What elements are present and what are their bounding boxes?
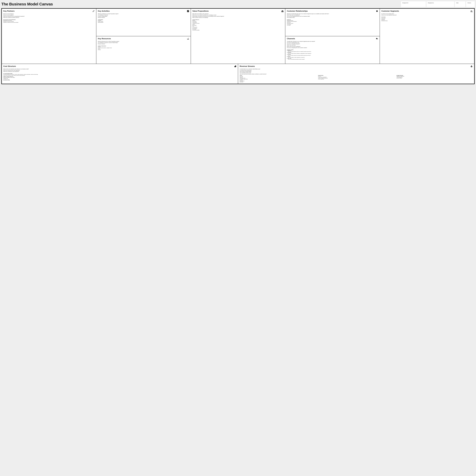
text-line: Communities — [287, 24, 378, 25]
text-line: Intellectual (brand patents, copyrights,… — [98, 47, 189, 48]
text-line: Which Key Activities do partners perform… — [3, 17, 95, 18]
subheading: characteristics — [192, 19, 284, 20]
text-line: How would they prefer to pay? — [240, 72, 473, 73]
text-line: Licensing — [240, 80, 316, 81]
meta-row: Designed for: Designed by: Date: Version… — [401, 1, 475, 7]
gift-icon — [281, 10, 284, 12]
text-line: Which Key Activities are most expensive? — [3, 71, 236, 72]
cell-cost-structure: Cost Structure What are the most importa… — [2, 64, 238, 84]
subheading: is your business more — [3, 73, 236, 74]
text-line: "Getting the Job Done" — [192, 23, 284, 24]
text-line: Our Distribution Channels? Customer Rela… — [98, 42, 189, 43]
text-line: Which ones are most cost-efficient? — [287, 46, 378, 47]
text-line: For whom are we creating value? — [381, 13, 473, 14]
meta-designed-by[interactable]: Designed by: — [426, 1, 454, 7]
text-line: Which Key Resources are most expensive? — [3, 70, 236, 71]
text-line: Economies of scope — [3, 80, 236, 81]
text-line: Newness — [192, 20, 284, 21]
cell-title: Revenue Streams — [240, 65, 255, 67]
heart-icon — [376, 10, 378, 12]
text-line: Multi-sided Platform — [381, 20, 473, 21]
text-line: Customization — [192, 22, 284, 23]
text-line: Customer Relationships? — [98, 16, 189, 17]
text-line: Which one of our customer's problems are… — [192, 15, 284, 16]
text-line: For what do they currently pay? — [240, 70, 473, 71]
text-line: Value Driven (focused on value creation,… — [3, 75, 236, 76]
cell-title: Cost Structure — [3, 65, 16, 67]
subheading: channel phases — [287, 50, 378, 50]
channel-phase: 1. AwarenessHow do we raise awareness ab… — [287, 50, 378, 52]
text-line: Fixed Costs (salaries, rents, utilities) — [3, 77, 236, 78]
text-line: Brand/Status — [192, 25, 284, 26]
text-line: What are the most important costs inhere… — [3, 68, 236, 69]
text-line: Product feature dependent — [318, 77, 394, 78]
text-line: What Key Resources do our Value Proposit… — [98, 41, 189, 42]
text-line: Brokerage fees — [240, 81, 316, 82]
text-line: Which Key Resources are we acquairing fr… — [3, 16, 95, 17]
text-line: Niche Market — [381, 17, 473, 18]
meta-date[interactable]: Date: — [455, 1, 465, 7]
text-line: Yield Management — [396, 77, 473, 78]
text-line: Volume dependent — [318, 79, 394, 80]
text-line: How are we integrating them with custome… — [287, 47, 378, 48]
cell-revenue-streams: Revenue Streams For what value are our c… — [238, 64, 474, 84]
meta-label: Designed by: — [428, 2, 453, 3]
text-line: Negotiation (bargaining) — [396, 76, 473, 77]
cell-value-propositions: Value Propositions What value do we deli… — [191, 9, 285, 64]
factory-icon — [187, 38, 189, 40]
cell-title: Key Partners — [3, 10, 15, 12]
link-icon — [92, 10, 95, 12]
text-line: Our Distribution Channels? — [98, 15, 189, 16]
text-line: Cost Reduction — [192, 27, 284, 28]
text-line: Problem Solving — [98, 21, 189, 22]
text-line: Which ones have we established? — [287, 15, 378, 16]
text-line: For what value are our customers really … — [240, 68, 473, 69]
text-line: Customer segment dependent — [318, 78, 394, 79]
text-line: Convenience/Usability — [192, 30, 284, 31]
text-line: How are we reaching them now? — [287, 42, 378, 43]
text-line: How are our Channels integrated? — [287, 43, 378, 44]
meta-label: Version: — [467, 2, 473, 3]
meta-designed-for[interactable]: Designed for: — [401, 1, 426, 7]
text-line: Performance — [192, 21, 284, 22]
text-line: Which ones work best? — [287, 45, 378, 46]
cell-customer-relationships: Customer Relationships What type of rela… — [285, 9, 380, 36]
text-line: Lending/Renting/Leasing — [240, 79, 316, 80]
subheading: examples — [287, 19, 378, 20]
text-line: Automated Services — [287, 23, 378, 24]
text-line: Asset sale — [240, 76, 316, 77]
text-line: Optimization and economy — [3, 20, 95, 21]
text-line: How are they integrated with the rest of… — [287, 16, 378, 17]
cell-customer-segments: Customer Segments For whom are we creati… — [380, 9, 474, 64]
cell-title: Value Propositions — [192, 10, 209, 12]
text-line: Accessibility — [192, 29, 284, 30]
page-title: The Business Model Canvas — [1, 1, 53, 6]
text-line: Who are our Key Partners? — [3, 13, 95, 14]
text-line: How costly are they? — [287, 17, 378, 18]
channel-phase: 5. After salesHow do we provide post-pur… — [287, 58, 378, 60]
text-line: Who are our key suppliers? — [3, 15, 95, 16]
meta-label: Date: — [456, 2, 464, 3]
subheading: motivations for partnerships — [3, 19, 95, 20]
subheading: dynamic pricing — [396, 75, 473, 76]
meta-label: Designed for: — [402, 2, 425, 3]
text-line: Cost Driven (leanest cost structure, low… — [3, 74, 236, 75]
text-line: Through which Channels do our Customer S… — [287, 41, 378, 42]
text-line: Personal assistance — [287, 20, 378, 21]
subheading: types — [240, 75, 316, 76]
text-line: Co-creation — [287, 25, 378, 26]
text-line: Design — [192, 24, 284, 25]
text-line: Reduction of risk and uncertainty — [3, 21, 95, 22]
cell-channels: Channels Through which Channels do our C… — [285, 36, 380, 64]
channel-phase: 2. EvaluationHow do we help customers ev… — [287, 52, 378, 54]
text-line: How are they currently paying? — [240, 71, 473, 72]
cell-key-activities: Key Activities What Key Activities do ou… — [96, 9, 191, 36]
text-line: Platform/Network — [98, 22, 189, 23]
text-line: Production — [98, 20, 189, 21]
text-line: Who are our most important customers? — [381, 15, 473, 16]
meta-version[interactable]: Version: — [466, 1, 475, 7]
truck-icon — [376, 38, 378, 40]
text-line: List Price — [318, 76, 394, 77]
text-line: Segmented — [381, 18, 473, 19]
text-line: Diversified — [381, 19, 473, 20]
